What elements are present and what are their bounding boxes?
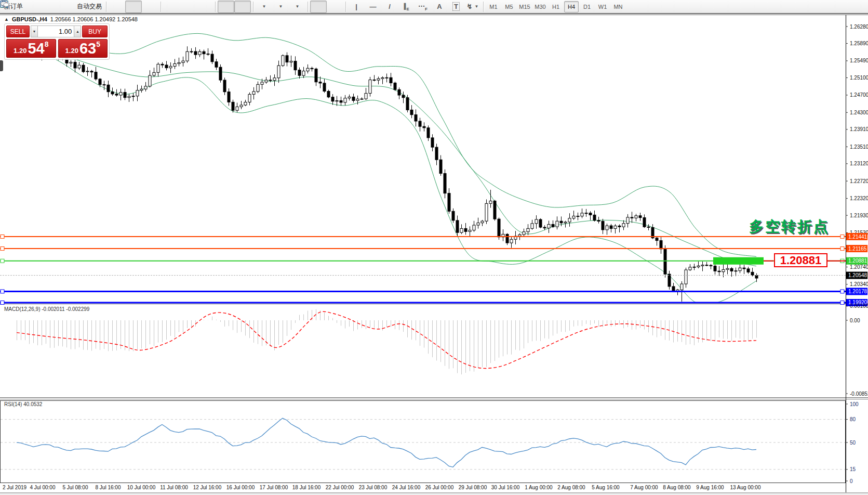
one-click-trading-panel: SELL ▼ 1.00 ▲ BUY 1.20 54 8 1.20 63 5 bbox=[4, 23, 110, 60]
collapse-triangle-icon[interactable]: ▲ bbox=[4, 17, 9, 22]
auto-scroll-button[interactable] bbox=[218, 1, 234, 13]
candlestick-chart-button[interactable] bbox=[125, 1, 142, 13]
sell-button[interactable]: SELL bbox=[6, 25, 30, 37]
price-badge-label: 1.20548 bbox=[848, 272, 867, 278]
sell-price-head: 1.20 bbox=[14, 46, 26, 56]
tile-windows-button[interactable] bbox=[196, 1, 213, 13]
timeframe-M15[interactable]: M15 bbox=[517, 1, 532, 12]
trade-panel-price-row: 1.20 54 8 1.20 63 5 bbox=[6, 39, 108, 58]
price-tick-label: 1.25490 bbox=[850, 58, 868, 63]
date-tick-label: 12 Jul 16:00 bbox=[193, 485, 222, 490]
vertical-line-tool[interactable]: | bbox=[348, 1, 365, 13]
hline-right-handle[interactable] bbox=[840, 290, 844, 293]
label-icon: T bbox=[452, 2, 460, 11]
macd-signal-line bbox=[17, 311, 756, 368]
timeframe-H1[interactable]: H1 bbox=[549, 1, 563, 12]
vertical-line-icon: | bbox=[355, 3, 357, 10]
macd-tick-label: 0.00 bbox=[850, 318, 860, 323]
fibonacci-icon: ⋯F bbox=[418, 2, 428, 11]
sell-price-big: 54 bbox=[28, 41, 44, 56]
volume-input[interactable]: 1.00 bbox=[38, 25, 74, 37]
buy-price-head: 1.20 bbox=[65, 46, 78, 56]
timeframe-MN[interactable]: MN bbox=[611, 1, 625, 12]
date-tick-label: 5 Aug 16:00 bbox=[592, 485, 620, 490]
volume-increase-button[interactable]: ▲ bbox=[74, 25, 81, 37]
timeframe-M1[interactable]: M1 bbox=[486, 1, 501, 12]
dropdown-caret: ▼ bbox=[279, 4, 283, 9]
cursor-tool-button[interactable] bbox=[310, 1, 327, 13]
candles-series bbox=[16, 36, 758, 302]
volume-decrease-button[interactable]: ▼ bbox=[31, 25, 38, 37]
market-watch-button[interactable] bbox=[25, 1, 42, 13]
turning-point-annotation[interactable]: 多空转折点 bbox=[749, 217, 848, 237]
price-badge-label: 1.20178 bbox=[848, 289, 867, 294]
hline-right-handle[interactable] bbox=[840, 301, 844, 304]
hline-left-handle[interactable] bbox=[1, 247, 4, 251]
rsi-tick-label: 100 bbox=[850, 401, 859, 407]
indicators-button[interactable]: ▼ bbox=[289, 1, 305, 13]
bar-chart-button[interactable] bbox=[109, 1, 125, 13]
hline-left-handle[interactable] bbox=[1, 235, 4, 239]
auto-trading-label: 自动交易 bbox=[77, 2, 102, 11]
periods-button[interactable]: ▼ bbox=[272, 1, 289, 13]
buy-price-button[interactable]: 1.20 63 5 bbox=[58, 39, 108, 58]
date-tick-label: 23 Jul 08:00 bbox=[359, 485, 388, 490]
text-tool[interactable]: A bbox=[431, 1, 448, 13]
price-tick-label: 1.26280 bbox=[850, 24, 868, 30]
date-tick-label: 17 Jul 08:00 bbox=[260, 485, 288, 490]
toolbar-separator bbox=[345, 2, 346, 12]
price-tick-label: 1.23510 bbox=[850, 144, 868, 150]
date-tick-label: 26 Jul 00:00 bbox=[425, 485, 454, 490]
price-callout-box[interactable]: 1.20881 bbox=[774, 253, 827, 267]
buy-button[interactable]: BUY bbox=[82, 25, 108, 37]
rsi-indicator-label: RSI(14) 40.0532 bbox=[4, 401, 42, 407]
time-axis[interactable]: 2 Jul 20194 Jul 00:005 Jul 08:008 Jul 16… bbox=[3, 485, 761, 490]
chart-shift-button[interactable] bbox=[234, 1, 251, 13]
ohlc-values: 1.20566 1.20606 1.20492 1.20548 bbox=[50, 16, 138, 22]
channel-icon: ∥E bbox=[403, 2, 409, 11]
sell-price-button[interactable]: 1.20 54 8 bbox=[6, 39, 56, 58]
rsi-tick-label: 50 bbox=[850, 440, 856, 446]
chart-canvas[interactable]: 1.262801.258901.254901.251001.247001.243… bbox=[0, 0, 868, 495]
price-tick-label: 1.23910 bbox=[850, 126, 868, 132]
rsi-tick-label: 80 bbox=[850, 416, 856, 422]
trade-panel-collapse-tab[interactable] bbox=[0, 60, 3, 71]
highlight-rectangle[interactable] bbox=[713, 257, 764, 265]
timeframe-M30[interactable]: M30 bbox=[533, 1, 547, 12]
trade-panel-top-row: SELL ▼ 1.00 ▲ BUY bbox=[6, 25, 108, 37]
toolbar-separator bbox=[161, 2, 161, 12]
zoom-out-button[interactable] bbox=[180, 1, 196, 13]
timeframe-H4[interactable]: H4 bbox=[564, 1, 579, 12]
fibonacci-tool[interactable]: ⋯F bbox=[415, 1, 431, 13]
data-window-button[interactable] bbox=[42, 1, 58, 13]
date-tick-label: 24 Jul 16:00 bbox=[392, 485, 421, 490]
date-tick-label: 2 Aug 08:00 bbox=[557, 485, 585, 490]
trendline-tool[interactable]: / bbox=[381, 1, 398, 13]
timeframe-M5[interactable]: M5 bbox=[502, 1, 516, 12]
crosshair-tool-button[interactable] bbox=[327, 1, 343, 13]
horizontal-line-tool[interactable]: — bbox=[365, 1, 381, 13]
chat-button[interactable] bbox=[848, 1, 865, 13]
navigator-button[interactable] bbox=[58, 1, 75, 13]
price-tick-label: 1.23120 bbox=[850, 161, 868, 166]
date-tick-label: 16 Jul 00:00 bbox=[226, 485, 255, 490]
zoom-in-button[interactable] bbox=[163, 1, 180, 13]
hline-left-handle[interactable] bbox=[1, 290, 4, 293]
line-chart-button[interactable] bbox=[142, 1, 158, 13]
timeframe-W1[interactable]: W1 bbox=[595, 1, 610, 12]
date-tick-label: 7 Aug 00:00 bbox=[630, 485, 658, 490]
arrows-tool[interactable]: ↯▼ bbox=[464, 1, 481, 13]
toolbar-separator bbox=[483, 2, 484, 12]
new-chart-button[interactable]: ▼ bbox=[256, 1, 272, 13]
auto-trading-button[interactable]: 自动交易 bbox=[75, 1, 104, 13]
price-tick-label: 1.21930 bbox=[850, 213, 868, 218]
search-button[interactable] bbox=[832, 1, 848, 13]
price-tick-label: 1.24300 bbox=[850, 110, 868, 115]
timeframe-D1[interactable]: D1 bbox=[580, 1, 594, 12]
label-tool[interactable]: T bbox=[448, 1, 464, 13]
hline-left-handle[interactable] bbox=[1, 301, 4, 304]
hline-right-handle[interactable] bbox=[840, 247, 844, 251]
hline-left-handle[interactable] bbox=[1, 259, 4, 263]
dropdown-caret: ▼ bbox=[474, 4, 478, 9]
channel-tool[interactable]: ∥E bbox=[398, 1, 415, 13]
